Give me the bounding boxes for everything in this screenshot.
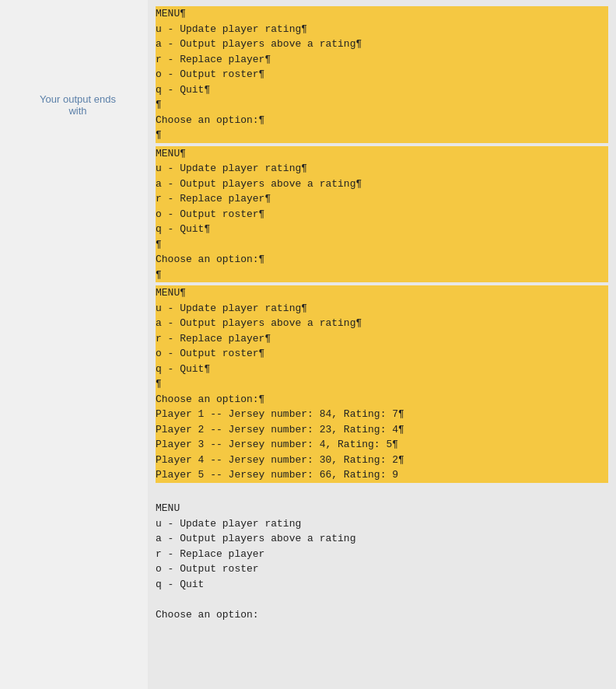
- line: a - Output players above a rating: [156, 531, 608, 547]
- menu-section-4: MENU u - Update player rating a - Output…: [156, 486, 608, 623]
- line: q - Quit: [156, 577, 608, 593]
- line: MENU¶: [156, 6, 608, 22]
- empty-line: [156, 592, 608, 607]
- line: ¶: [156, 268, 608, 283]
- line: Choose an option:¶: [156, 252, 608, 268]
- line: q - Quit¶: [156, 82, 608, 98]
- line: Choose an option:¶: [156, 392, 608, 407]
- line: ¶: [156, 237, 608, 253]
- choose-option-prompt: Choose an option:: [156, 607, 608, 623]
- line: u - Update player rating: [156, 516, 608, 532]
- line: r - Replace player: [156, 547, 608, 562]
- label-line2: with: [68, 105, 86, 117]
- line: q - Quit¶: [156, 362, 608, 377]
- line: r - Replace player¶: [156, 52, 608, 68]
- line: a - Output players above a rating¶: [156, 316, 608, 331]
- main-content: MENU¶ u - Update player rating¶ a - Outp…: [148, 0, 616, 689]
- line: o - Output roster¶: [156, 67, 608, 82]
- line: MENU¶: [156, 285, 608, 301]
- line: o - Output roster¶: [156, 346, 608, 362]
- line: u - Update player rating¶: [156, 301, 608, 317]
- line: r - Replace player¶: [156, 191, 608, 207]
- player-line-4: Player 4 -- Jersey number: 30, Rating: 2…: [156, 453, 608, 468]
- line: r - Replace player¶: [156, 331, 608, 347]
- line: ¶: [156, 376, 608, 392]
- menu-section-3: MENU¶ u - Update player rating¶ a - Outp…: [156, 285, 608, 483]
- line: o - Output roster¶: [156, 207, 608, 222]
- player-line-5: Player 5 -- Jersey number: 66, Rating: 9: [156, 467, 608, 483]
- player-line-1: Player 1 -- Jersey number: 84, Rating: 7…: [156, 407, 608, 422]
- menu-section-2: MENU¶ u - Update player rating¶ a - Outp…: [156, 146, 608, 283]
- line: ¶: [156, 128, 608, 143]
- line: MENU: [156, 501, 608, 516]
- line: q - Quit¶: [156, 222, 608, 237]
- menu-section-1: MENU¶ u - Update player rating¶ a - Outp…: [156, 6, 608, 143]
- line: a - Output players above a rating¶: [156, 37, 608, 52]
- label-line1: Your output ends: [40, 93, 116, 105]
- player-line-2: Player 2 -- Jersey number: 23, Rating: 4…: [156, 422, 608, 438]
- left-label: Your output ends with: [0, 0, 148, 689]
- line: a - Output players above a rating¶: [156, 177, 608, 192]
- line: u - Update player rating¶: [156, 22, 608, 37]
- line: ¶: [156, 97, 608, 113]
- line: u - Update player rating¶: [156, 161, 608, 177]
- empty-line: [156, 486, 608, 502]
- line: Choose an option:¶: [156, 113, 608, 128]
- line: MENU¶: [156, 146, 608, 162]
- line: o - Output roster: [156, 561, 608, 577]
- player-line-3: Player 3 -- Jersey number: 4, Rating: 5¶: [156, 437, 608, 453]
